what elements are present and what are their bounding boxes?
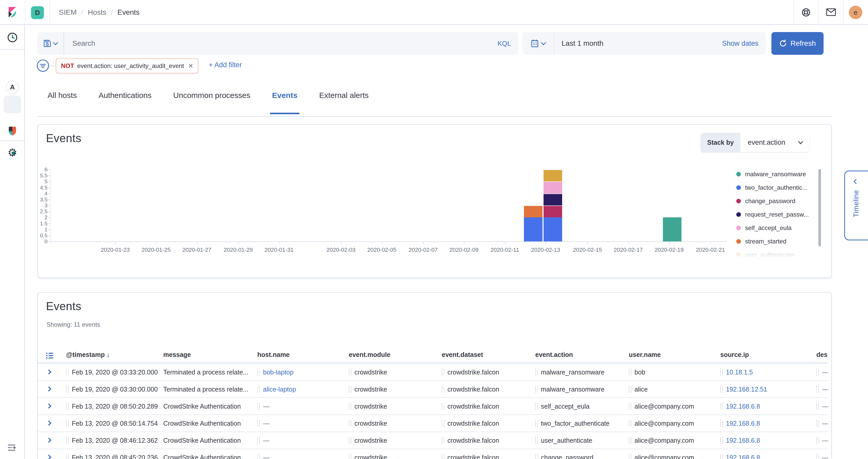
expand-row-icon[interactable] — [46, 403, 52, 408]
tab-all-hosts[interactable]: All hosts — [48, 91, 77, 114]
nav-security-icon[interactable] — [0, 125, 25, 136]
legend-item[interactable]: self_accept_eula — [736, 221, 814, 235]
nav-apm-icon[interactable]: A — [0, 81, 25, 94]
add-filter-button[interactable]: + Add filter — [209, 61, 242, 69]
nav-management-icon[interactable]: ⚙ — [0, 147, 25, 158]
drag-handle-icon[interactable] — [720, 369, 723, 375]
drag-handle-icon[interactable] — [816, 403, 819, 410]
tab-external-alerts[interactable]: External alerts — [319, 91, 369, 114]
drag-handle-icon[interactable] — [629, 386, 631, 393]
column-header-message[interactable]: message — [160, 347, 253, 362]
drag-handle-icon[interactable] — [535, 437, 538, 444]
cell-value[interactable]: 192.168.6.8 — [726, 398, 760, 415]
drag-handle-icon[interactable] — [442, 437, 444, 444]
expand-row-icon[interactable] — [46, 421, 52, 426]
date-picker-menu[interactable] — [522, 32, 554, 55]
events-viewer-icon[interactable] — [46, 351, 53, 361]
drag-handle-icon[interactable] — [816, 386, 819, 393]
query-bar[interactable]: Search KQL — [37, 32, 518, 55]
bar-segment-self_accept_eula[interactable] — [544, 181, 562, 193]
drag-handle-icon[interactable] — [535, 420, 538, 427]
drag-handle-icon[interactable] — [629, 420, 631, 427]
drag-handle-icon[interactable] — [816, 420, 819, 427]
drag-handle-icon[interactable] — [720, 420, 723, 427]
drag-handle-icon[interactable] — [66, 454, 69, 459]
drag-handle-icon[interactable] — [720, 403, 723, 410]
legend-item[interactable]: malware_ransomware — [736, 167, 814, 181]
recently-viewed-icon[interactable] — [0, 32, 25, 43]
drag-handle-icon[interactable] — [257, 403, 260, 410]
space-avatar[interactable]: D — [31, 6, 44, 19]
drag-handle-icon[interactable] — [629, 369, 631, 375]
bar-segment-stream_started[interactable] — [524, 206, 542, 217]
drag-handle-icon[interactable] — [257, 420, 260, 427]
bar-segment-user_authenticate[interactable] — [544, 170, 562, 181]
cell-value[interactable]: alice-laptop — [263, 381, 296, 397]
column-header-eventdataset[interactable]: event.dataset — [438, 347, 531, 362]
drag-handle-icon[interactable] — [442, 386, 444, 393]
legend-item[interactable]: two_factor_authentic... — [736, 181, 814, 194]
drag-handle-icon[interactable] — [66, 403, 69, 410]
drag-handle-icon[interactable] — [629, 437, 631, 444]
show-dates-button[interactable]: Show dates — [722, 39, 758, 48]
drag-handle-icon[interactable] — [257, 369, 260, 375]
drag-handle-icon[interactable] — [66, 420, 69, 427]
expand-row-icon[interactable] — [46, 437, 52, 443]
legend-item[interactable]: change_password — [736, 194, 814, 208]
saved-query-menu[interactable] — [37, 32, 64, 55]
expand-row-icon[interactable] — [46, 369, 52, 374]
nav-collapse-icon[interactable] — [7, 443, 17, 454]
drag-handle-icon[interactable] — [257, 454, 260, 459]
legend-item[interactable]: request_reset_passw... — [736, 208, 814, 221]
drag-handle-icon[interactable] — [66, 386, 69, 393]
legend-item[interactable]: stream_started — [736, 235, 814, 248]
cell-value[interactable]: 192.168.6.8 — [726, 449, 760, 459]
drag-handle-icon[interactable] — [349, 369, 351, 375]
drag-handle-icon[interactable] — [535, 454, 538, 459]
drag-handle-icon[interactable] — [629, 454, 631, 459]
cell-value[interactable]: 192.168.6.8 — [726, 432, 760, 449]
cell-value[interactable]: 10.18.1.5 — [726, 364, 753, 380]
drag-handle-icon[interactable] — [720, 386, 723, 393]
expand-row-icon[interactable] — [46, 455, 52, 459]
column-header-sourceip[interactable]: source.ip — [717, 347, 812, 362]
legend-item[interactable]: user_authenticate — [736, 248, 814, 259]
drag-handle-icon[interactable] — [349, 437, 351, 444]
breadcrumb-siem[interactable]: SIEM — [59, 8, 76, 17]
help-icon[interactable] — [801, 7, 811, 20]
drag-handle-icon[interactable] — [442, 403, 444, 410]
tab-events[interactable]: Events — [272, 91, 297, 114]
column-header-hostname[interactable]: host.name — [254, 347, 344, 362]
tab-authentications[interactable]: Authentications — [98, 91, 151, 114]
kql-button[interactable]: KQL — [498, 39, 511, 48]
drag-handle-icon[interactable] — [257, 437, 260, 444]
drag-handle-icon[interactable] — [535, 369, 538, 375]
drag-handle-icon[interactable] — [257, 386, 260, 393]
remove-filter-icon[interactable]: ✕ — [188, 62, 193, 69]
drag-handle-icon[interactable] — [720, 454, 723, 459]
bar-segment-two_factor_authenticate[interactable] — [544, 217, 562, 241]
column-header-timestamp[interactable]: @timestamp ↓ — [63, 347, 159, 362]
drag-handle-icon[interactable] — [629, 403, 631, 410]
column-header-des[interactable]: des — [813, 347, 828, 362]
stack-by-select[interactable]: event.action — [740, 133, 810, 152]
date-picker[interactable]: Last 1 month Show dates — [522, 32, 766, 55]
drag-handle-icon[interactable] — [535, 386, 538, 393]
drag-handle-icon[interactable] — [816, 437, 819, 444]
drag-handle-icon[interactable] — [442, 454, 444, 459]
breadcrumb-hosts[interactable]: Hosts — [88, 8, 106, 17]
drag-handle-icon[interactable] — [816, 369, 819, 375]
cell-value[interactable]: bob-laptop — [263, 364, 293, 380]
drag-handle-icon[interactable] — [349, 420, 351, 427]
bar-segment-malware_ransomware[interactable] — [663, 217, 681, 241]
search-input[interactable]: Search — [72, 39, 498, 48]
drag-handle-icon[interactable] — [349, 454, 351, 459]
bar-segment-change_password[interactable] — [544, 206, 562, 217]
refresh-button[interactable]: Refresh — [771, 32, 824, 55]
cell-value[interactable]: 192.168.12.51 — [726, 381, 767, 397]
drag-handle-icon[interactable] — [816, 454, 819, 459]
bar-segment-request_reset_password[interactable] — [544, 193, 562, 206]
column-header-eventaction[interactable]: event.action — [532, 347, 624, 362]
filter-pill[interactable]: NOT event.action: user_activity_audit_ev… — [56, 58, 198, 73]
column-header-username[interactable]: user.name — [625, 347, 716, 362]
